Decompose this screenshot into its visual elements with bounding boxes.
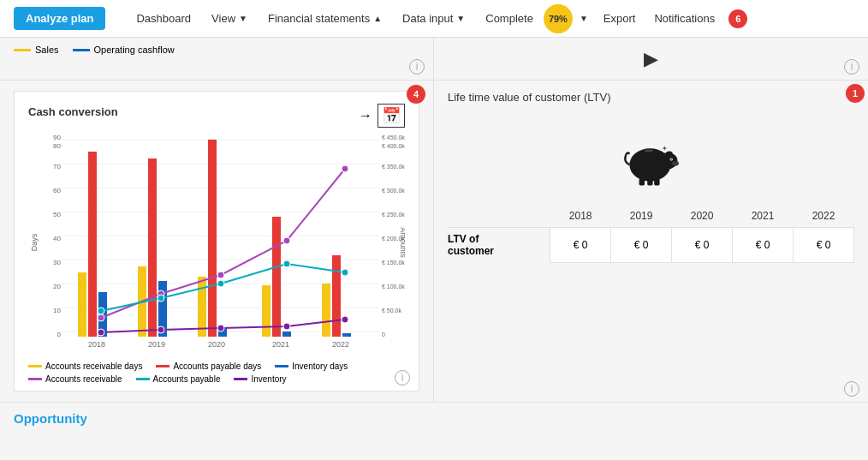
- svg-text:20: 20: [53, 283, 61, 290]
- chart-info-icon[interactable]: i: [395, 370, 410, 385]
- strip-left-info-icon[interactable]: i: [409, 59, 425, 75]
- svg-text:€ 250.0k: € 250.0k: [382, 212, 405, 218]
- svg-point-70: [670, 158, 672, 160]
- svg-point-51: [98, 314, 104, 321]
- legend-sales: Sales: [14, 45, 59, 55]
- svg-point-62: [158, 326, 164, 333]
- operating-cashflow-legend-label: Operating cashflow: [94, 45, 175, 55]
- svg-point-63: [217, 325, 224, 332]
- svg-text:10: 10: [53, 307, 61, 314]
- ltv-val-2022: € 0: [793, 228, 853, 263]
- svg-text:60: 60: [53, 187, 61, 194]
- legend-ap-days-label: Accounts payable days: [173, 361, 261, 371]
- ltv-info-icon[interactable]: i: [844, 381, 859, 397]
- sales-legend-color: [14, 49, 31, 51]
- svg-rect-76: [654, 178, 659, 185]
- ltv-year-2021: 2021: [733, 205, 794, 228]
- svg-point-72: [673, 163, 675, 164]
- svg-text:€ 450.0k: € 450.0k: [382, 134, 405, 140]
- chart-svg-container: Days Amounts 0 10 20: [28, 131, 405, 384]
- svg-point-57: [158, 295, 164, 302]
- navbar: Analyze plan Dashboard View ▼ Financial …: [0, 0, 868, 38]
- ltv-table: 2018 2019 2020 2021 2022 LTV ofcustomer …: [448, 205, 854, 263]
- legend-inv: Inventory: [234, 374, 286, 384]
- svg-rect-48: [322, 284, 330, 337]
- legend-operating-cashflow: Operating cashflow: [73, 45, 175, 55]
- legend-ap-days: Accounts payable days: [156, 361, 261, 371]
- calendar-icon[interactable]: 📅: [378, 104, 405, 128]
- nav-links: Dashboard View ▼ Financial statements ▲ …: [126, 4, 854, 33]
- financial-dropdown-arrow: ▲: [373, 14, 382, 23]
- svg-point-56: [98, 308, 104, 314]
- svg-text:30: 30: [53, 259, 61, 266]
- nav-dashboard[interactable]: Dashboard: [126, 12, 201, 25]
- ltv-val-2019: € 0: [611, 228, 672, 263]
- legend-ar-days-label: Accounts receivable days: [45, 361, 142, 371]
- svg-rect-47: [282, 332, 291, 337]
- svg-text:40: 40: [53, 235, 61, 242]
- svg-point-54: [283, 237, 290, 244]
- strip-panel-left: Sales Operating cashflow i: [0, 38, 434, 81]
- ltv-row: LTV ofcustomer € 0 € 0 € 0 € 0 € 0: [448, 228, 854, 263]
- svg-text:2018: 2018: [88, 340, 105, 349]
- ltv-row-label: LTV ofcustomer: [448, 228, 550, 263]
- svg-rect-49: [332, 255, 341, 337]
- notifications-group[interactable]: Notifications 6: [644, 9, 747, 28]
- data-input-dropdown-arrow: ▼: [456, 14, 465, 23]
- svg-text:0: 0: [382, 332, 385, 338]
- cursor-icon: ▶: [644, 48, 658, 70]
- nav-export[interactable]: Export: [595, 12, 645, 25]
- nav-data-input[interactable]: Data input ▼: [392, 12, 475, 25]
- svg-text:€ 150.0k: € 150.0k: [382, 260, 405, 266]
- ltv-val-2020: € 0: [672, 228, 733, 263]
- legend-ap-label: Accounts payable: [153, 374, 221, 384]
- legend-ap: Accounts payable: [136, 374, 221, 384]
- ltv-year-2022: 2022: [793, 205, 853, 228]
- cash-conversion-title: Cash conversion: [28, 105, 118, 118]
- opportunity-section: Opportunity: [0, 402, 868, 434]
- svg-point-61: [98, 329, 104, 336]
- strip-right-info-icon[interactable]: i: [844, 59, 859, 75]
- legend-inv-days: Inventory days: [275, 361, 348, 371]
- arrow-right-icon: →: [359, 108, 372, 123]
- svg-text:0: 0: [57, 331, 62, 338]
- nav-view[interactable]: View ▼: [201, 12, 258, 25]
- svg-point-55: [342, 165, 348, 172]
- complete-dropdown-arrow[interactable]: ▼: [573, 14, 595, 23]
- svg-point-59: [283, 260, 290, 267]
- analyze-plan-button[interactable]: Analyze plan: [14, 7, 105, 30]
- svg-point-64: [283, 323, 290, 330]
- legend-ap-color: [136, 378, 150, 380]
- complete-pct-badge[interactable]: 79%: [544, 4, 573, 33]
- svg-text:✦: ✦: [662, 145, 668, 152]
- legend-row: Sales Operating cashflow: [14, 45, 419, 55]
- svg-point-53: [217, 272, 224, 278]
- cash-conversion-badge: 4: [407, 85, 425, 104]
- svg-text:2022: 2022: [332, 340, 349, 349]
- ltv-panel: 1 Life time value of customer (LTV): [434, 81, 868, 402]
- notifications-label: Notifications: [644, 12, 725, 25]
- svg-rect-77: [645, 150, 653, 152]
- notifications-count-badge: 6: [728, 9, 747, 28]
- svg-rect-74: [639, 178, 644, 185]
- svg-point-73: [675, 163, 677, 164]
- svg-rect-42: [198, 277, 206, 337]
- cash-conversion-panel: 4 Cash conversion → 📅 Days Amounts: [0, 81, 434, 402]
- svg-rect-43: [208, 140, 217, 337]
- legend-inv-label: Inventory: [251, 374, 286, 384]
- svg-text:50: 50: [53, 211, 61, 218]
- ltv-val-2021: € 0: [733, 228, 794, 263]
- legend-inv-days-color: [275, 365, 288, 367]
- legend-inv-days-label: Inventory days: [292, 361, 348, 371]
- svg-rect-40: [148, 158, 157, 337]
- view-dropdown-arrow: ▼: [239, 14, 247, 23]
- legend-ar-label: Accounts receivable: [45, 374, 122, 384]
- main-content: 4 Cash conversion → 📅 Days Amounts: [0, 81, 868, 434]
- svg-text:Amounts: Amounts: [399, 227, 405, 258]
- ltv-year-2019: 2019: [611, 205, 672, 228]
- chart-legend: Accounts receivable days Accounts payabl…: [28, 361, 405, 384]
- nav-financial-statements[interactable]: Financial statements ▲: [258, 12, 392, 25]
- svg-point-58: [217, 280, 224, 287]
- nav-complete[interactable]: Complete: [475, 12, 544, 25]
- strip-panel-right: ▶ i: [434, 38, 868, 81]
